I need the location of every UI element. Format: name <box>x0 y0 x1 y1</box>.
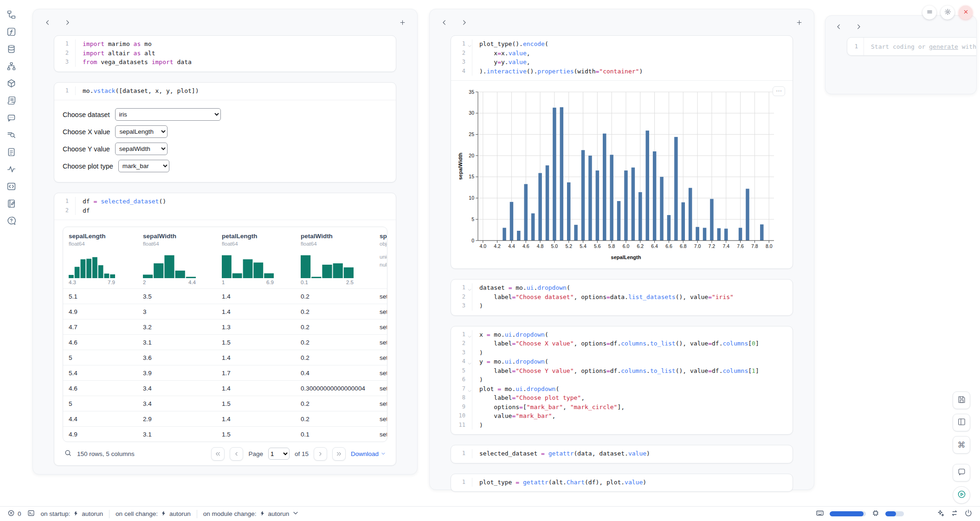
download-button[interactable]: Download <box>351 450 386 457</box>
notebook-icon[interactable] <box>6 198 16 208</box>
table-cell: 4.7 <box>63 324 137 331</box>
window-controls <box>922 6 973 20</box>
column-middle-header <box>430 9 814 35</box>
help-icon[interactable] <box>6 215 16 226</box>
chevron-right-icon[interactable] <box>461 19 468 26</box>
first-page-button[interactable] <box>211 447 225 461</box>
lightning-icon <box>73 510 79 518</box>
command-icon: ⌘ <box>958 440 966 450</box>
code-text: ) <box>472 348 483 358</box>
chat-panel-button[interactable] <box>953 464 970 482</box>
layout-button[interactable] <box>953 414 970 431</box>
chevron-left-icon[interactable] <box>441 19 448 26</box>
next-page-button[interactable] <box>314 447 327 461</box>
column-header-species[interactable]: speciesobjectunique:nulls: <box>374 233 387 288</box>
error-indicator[interactable]: 0 <box>7 509 21 518</box>
choose-y-value-select[interactable]: sepalWidth <box>115 143 168 155</box>
column-header-petalLength[interactable]: petalLengthfloat6416.9 <box>216 233 295 288</box>
line-number: 3 <box>451 301 472 311</box>
line-number: 3 <box>54 58 76 67</box>
code-line: 2 x=x.value, <box>451 49 793 58</box>
run-button[interactable] <box>953 486 970 504</box>
svg-text:5.4: 5.4 <box>580 243 587 249</box>
autorun-config-item[interactable]: on cell change:autorun <box>116 510 191 518</box>
code-editor[interactable]: 1plot_type = getattr(alt.Chart(df), plot… <box>451 474 793 492</box>
code-editor[interactable]: 1x = mo.ui.dropdown(2 label="Choose X va… <box>451 326 793 435</box>
fold-chevron-icon[interactable] <box>467 286 472 291</box>
page-select[interactable]: 1 <box>268 448 290 460</box>
fold-chevron-icon[interactable] <box>467 42 472 47</box>
fold-chevron-icon[interactable] <box>467 333 472 338</box>
svg-text:8.0: 8.0 <box>766 243 773 249</box>
code-editor[interactable]: 1df = selected_dataset()2df <box>54 193 396 220</box>
table-cell: 1.4 <box>216 293 295 300</box>
play-icon <box>957 490 966 500</box>
last-page-button[interactable] <box>332 447 346 461</box>
column-header-sepalWidth[interactable]: sepalWidthfloat6424.4 <box>137 233 216 288</box>
swap-arrows-icon[interactable] <box>950 509 959 519</box>
chevron-left-icon[interactable] <box>44 19 51 26</box>
dependency-graph-icon[interactable] <box>6 61 16 71</box>
ai-chat-icon[interactable] <box>6 112 16 123</box>
memory-usage-meter <box>830 511 866 516</box>
choose-x-value-select[interactable]: sepalLength <box>115 125 168 138</box>
code-line: 3) <box>451 301 793 311</box>
svg-text:15: 15 <box>469 174 474 179</box>
function-icon[interactable] <box>6 26 16 37</box>
code-editor[interactable]: 1import marimo as mo2import altair as al… <box>54 36 396 72</box>
snippets-icon[interactable] <box>6 181 16 191</box>
outline-search-icon[interactable] <box>6 130 16 140</box>
code-editor[interactable]: 1plot_type().encode(2 x=x.value,3 y=y.va… <box>451 36 793 80</box>
autorun-config-item[interactable]: on startup:autorun <box>41 510 103 518</box>
package-icon[interactable] <box>6 78 16 88</box>
terminal-button[interactable] <box>27 509 35 518</box>
chevron-right-icon[interactable] <box>855 23 862 30</box>
table-cell: 3.4 <box>137 385 216 392</box>
autorun-config-item[interactable]: on module change:autorun <box>203 509 300 518</box>
power-icon[interactable] <box>964 509 973 519</box>
table-row: 5.13.51.40.2setosa <box>63 288 387 304</box>
file-tree-icon[interactable] <box>6 9 16 20</box>
bar-chart[interactable]: 051015202530354.04.24.44.64.85.05.25.45.… <box>456 86 790 264</box>
choose-dataset-select[interactable]: iris <box>115 108 221 121</box>
search-icon[interactable] <box>64 449 72 458</box>
line-number: 1 <box>54 86 76 96</box>
column-header-petalWidth[interactable]: petalWidthfloat640.12.5 <box>295 233 374 288</box>
tracing-icon[interactable] <box>6 164 16 174</box>
chart-menu-button[interactable]: ⋯ <box>773 86 785 96</box>
document-icon[interactable] <box>6 147 16 157</box>
code-editor[interactable]: 1selected_dataset = getattr(data, datase… <box>451 445 793 463</box>
code-line: 3) <box>451 348 793 358</box>
add-cell-button[interactable] <box>796 19 803 26</box>
table-cell: 4.6 <box>63 339 137 346</box>
keyboard-icon[interactable] <box>816 509 824 519</box>
code-line: 1x = mo.ui.dropdown( <box>451 330 793 339</box>
column-histogram <box>69 251 115 278</box>
chevron-left-icon[interactable] <box>835 23 842 30</box>
settings-button[interactable] <box>941 6 954 20</box>
code-editor[interactable]: 1mo.vstack([dataset, x, y, plot]) <box>54 83 396 100</box>
circle-x-icon <box>7 509 15 518</box>
fold-chevron-icon[interactable] <box>467 387 472 392</box>
empty-code-cell[interactable]: 1 Start coding or generate with AI <box>847 37 977 56</box>
fold-chevron-icon[interactable] <box>467 360 472 365</box>
add-cell-button[interactable] <box>399 19 406 26</box>
code-text: import altair as alt <box>76 49 155 58</box>
code-editor[interactable]: 1dataset = mo.ui.dropdown(2 label="Choos… <box>451 280 793 315</box>
column-header-sepalLength[interactable]: sepalLengthfloat644.37.9 <box>63 233 137 288</box>
database-icon[interactable] <box>6 44 16 54</box>
shutdown-button[interactable] <box>959 6 973 20</box>
table-cell: 0.2 <box>295 400 374 407</box>
choose-plot-type-select[interactable]: mark_bar <box>118 160 169 172</box>
keyboard-shortcuts-button[interactable]: ⌘ <box>953 436 970 454</box>
save-button[interactable] <box>953 391 970 409</box>
prev-page-button[interactable] <box>230 447 243 461</box>
menu-button[interactable] <box>922 6 936 20</box>
table-cell: 1.4 <box>216 354 295 361</box>
svg-text:7.0: 7.0 <box>694 243 701 249</box>
logs-icon[interactable] <box>6 95 16 105</box>
chevron-right-icon[interactable] <box>64 19 71 26</box>
dropdown-form-output: Choose datasetirisChoose X valuesepalLen… <box>54 100 396 182</box>
ai-sparkle-icon[interactable] <box>936 509 945 519</box>
cell-plot: 1plot_type().encode(2 x=x.value,3 y=y.va… <box>451 35 793 269</box>
